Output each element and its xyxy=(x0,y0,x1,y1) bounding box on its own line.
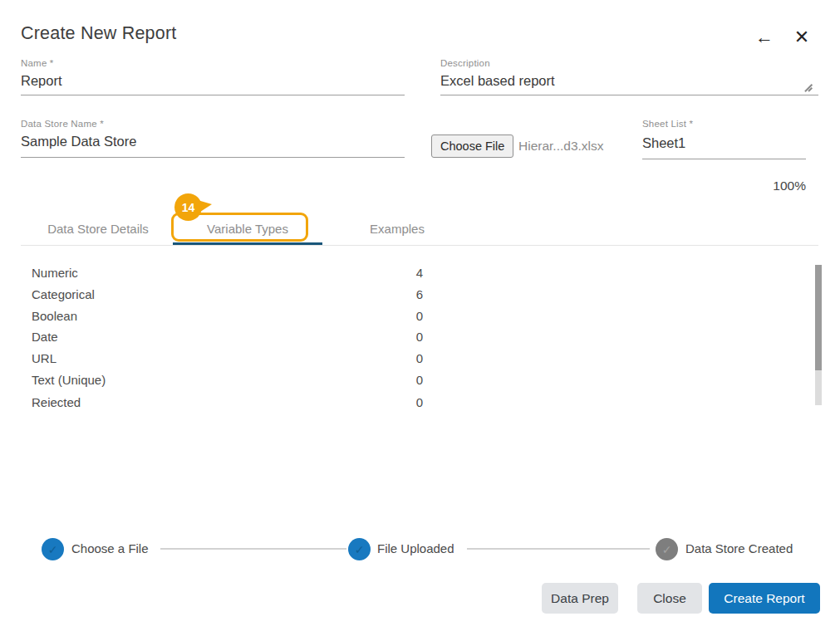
uploaded-file-name: Hierar...d3.xlsx xyxy=(518,139,604,154)
data-store-name-label: Data Store Name * xyxy=(21,119,104,129)
tab-label: Examples xyxy=(370,222,425,236)
name-input-underline xyxy=(21,95,405,95)
table-row-type: Rejected xyxy=(32,395,81,407)
table-row-count: 0 xyxy=(399,330,440,344)
step-data-store-created-label: Data Store Created xyxy=(685,541,793,555)
tab-label: Data Store Details xyxy=(47,222,149,236)
table-row-count: 0 xyxy=(399,395,440,407)
table-row-count: 0 xyxy=(399,373,440,387)
tab-data-store-details[interactable]: Data Store Details xyxy=(23,214,173,242)
table-row-type: Numeric xyxy=(32,266,78,280)
step-file-uploaded-label: File Uploaded xyxy=(377,541,454,555)
table-row-type: URL xyxy=(32,351,56,365)
check-icon: ✓ xyxy=(355,543,365,556)
step-connector-line xyxy=(467,548,650,550)
sheet-list-underline xyxy=(642,159,806,159)
step-connector-line xyxy=(160,548,346,550)
variable-types-table: Numeric 4 Categorical 6 Boolean 0 Date 0… xyxy=(0,249,810,407)
scrollbar-thumb[interactable] xyxy=(815,265,822,370)
table-row-count: 0 xyxy=(399,351,440,365)
close-icon[interactable]: ✕ xyxy=(788,23,816,51)
check-icon: ✓ xyxy=(662,543,672,556)
upload-progress-percent: 100% xyxy=(723,179,806,193)
table-row-type: Categorical xyxy=(32,287,95,301)
name-field-label: Name * xyxy=(21,58,54,68)
check-icon: ✓ xyxy=(48,543,58,556)
sheet-list-select[interactable]: Sheet1 xyxy=(642,135,685,151)
name-input[interactable]: Report xyxy=(21,73,62,89)
tab-label: Variable Types xyxy=(207,222,288,236)
data-store-name-underline xyxy=(21,157,405,158)
table-row-count: 4 xyxy=(399,266,440,280)
tab-examples[interactable]: Examples xyxy=(322,214,472,242)
scrollbar-track[interactable] xyxy=(815,265,822,405)
tabs-divider xyxy=(21,245,818,246)
textarea-resize-handle-icon[interactable] xyxy=(803,81,814,92)
data-prep-button[interactable]: Data Prep xyxy=(542,583,618,614)
table-row-type: Boolean xyxy=(32,309,77,323)
page-title: Create New Report xyxy=(21,23,176,44)
choose-file-button[interactable]: Choose File xyxy=(431,135,513,158)
description-field-label: Description xyxy=(440,58,490,68)
description-input[interactable]: Excel based report xyxy=(440,73,555,89)
back-arrow-icon[interactable]: ← xyxy=(750,23,779,51)
create-report-button[interactable]: Create Report xyxy=(709,583,820,614)
description-input-underline xyxy=(440,95,818,95)
table-row-type: Date xyxy=(32,330,58,344)
table-row-type: Text (Unique) xyxy=(32,373,106,387)
data-store-name-input[interactable]: Sample Data Store xyxy=(21,134,136,149)
table-row-count: 6 xyxy=(399,287,440,301)
step-file-uploaded-circle: ✓ xyxy=(348,538,371,560)
sheet-list-label: Sheet List * xyxy=(642,119,693,129)
table-row-count: 0 xyxy=(399,309,440,323)
annotation-marker-badge: 14 xyxy=(174,193,202,221)
step-choose-file-label: Choose a File xyxy=(71,541,149,555)
step-data-store-created-circle: ✓ xyxy=(656,538,678,560)
close-button[interactable]: Close xyxy=(637,583,702,614)
step-choose-file-circle: ✓ xyxy=(42,538,64,560)
